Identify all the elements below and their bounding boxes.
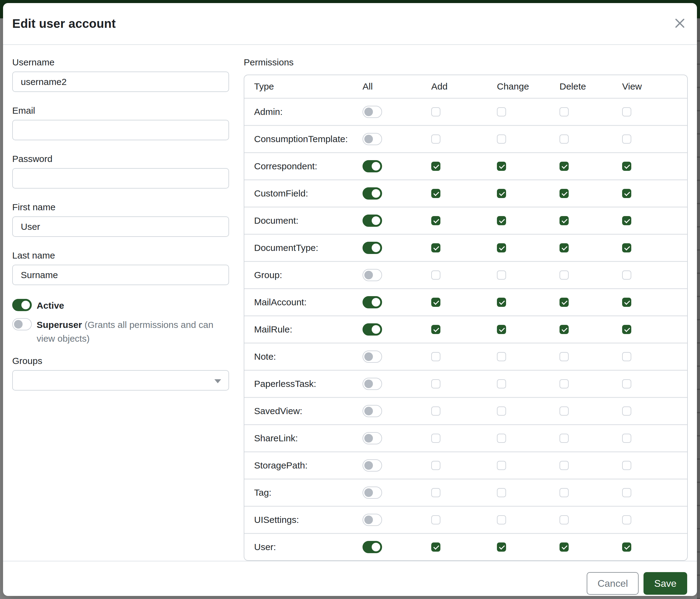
permission-add-checkbox[interactable] [431,270,441,280]
permission-all-toggle[interactable] [362,459,382,472]
permission-view-checkbox[interactable] [622,379,631,388]
permission-change-checkbox[interactable] [497,406,506,416]
permission-add-checkbox[interactable] [431,543,441,552]
permission-add-checkbox[interactable] [431,189,441,198]
permission-change-checkbox[interactable] [497,461,506,470]
permission-delete-checkbox[interactable] [559,298,569,307]
permission-view-checkbox[interactable] [622,352,631,361]
permission-delete-checkbox[interactable] [559,243,569,253]
permission-change-checkbox[interactable] [497,216,506,225]
permission-delete-checkbox[interactable] [559,189,569,198]
permission-all-toggle[interactable] [362,269,382,281]
permission-all-toggle[interactable] [362,378,382,390]
permission-change-checkbox[interactable] [497,270,506,280]
password-input[interactable] [12,168,229,189]
email-input[interactable] [12,120,229,140]
permission-all-toggle[interactable] [362,514,382,526]
permission-change-checkbox[interactable] [497,162,506,171]
permission-type-label: Correspondent: [244,161,362,171]
permission-all-toggle[interactable] [362,160,382,172]
permission-view-checkbox[interactable] [622,270,631,280]
permission-change-checkbox[interactable] [497,243,506,253]
last-name-input[interactable] [12,265,229,285]
permission-view-checkbox[interactable] [622,189,631,198]
permission-add-checkbox[interactable] [431,352,441,361]
permission-cell [497,243,559,253]
permission-delete-checkbox[interactable] [559,325,569,334]
permission-change-checkbox[interactable] [497,189,506,198]
permission-add-checkbox[interactable] [431,216,441,225]
permission-add-checkbox[interactable] [431,488,441,497]
permission-change-checkbox[interactable] [497,515,506,524]
permission-delete-checkbox[interactable] [559,352,569,361]
permission-add-checkbox[interactable] [431,243,441,253]
permission-delete-checkbox[interactable] [559,107,569,116]
permission-all-toggle[interactable] [362,187,382,199]
permission-change-checkbox[interactable] [497,298,506,307]
permission-view-checkbox[interactable] [622,434,631,443]
permission-delete-checkbox[interactable] [559,216,569,225]
permission-delete-checkbox[interactable] [559,461,569,470]
permission-delete-checkbox[interactable] [559,515,569,524]
permission-view-checkbox[interactable] [622,406,631,416]
permission-add-checkbox[interactable] [431,406,441,416]
permission-change-checkbox[interactable] [497,325,506,334]
first-name-input[interactable] [12,216,229,237]
permission-add-checkbox[interactable] [431,379,441,388]
permission-delete-checkbox[interactable] [559,434,569,443]
permission-all-toggle[interactable] [362,432,382,445]
permission-delete-checkbox[interactable] [559,379,569,388]
permission-delete-checkbox[interactable] [559,488,569,497]
permission-view-checkbox[interactable] [622,135,631,144]
save-button[interactable]: Save [644,572,687,595]
permission-view-checkbox[interactable] [622,162,631,171]
permission-view-checkbox[interactable] [622,543,631,552]
permission-all-toggle[interactable] [362,133,382,145]
permission-change-checkbox[interactable] [497,543,506,552]
permission-view-checkbox[interactable] [622,325,631,334]
permission-all-toggle[interactable] [362,405,382,417]
permission-cell [431,107,497,116]
permission-delete-checkbox[interactable] [559,270,569,280]
permission-view-checkbox[interactable] [622,298,631,307]
permission-view-checkbox[interactable] [622,461,631,470]
permission-view-checkbox[interactable] [622,243,631,253]
permission-all-toggle[interactable] [362,541,382,553]
permission-all-toggle[interactable] [362,324,382,336]
permission-delete-checkbox[interactable] [559,406,569,416]
groups-select[interactable] [12,370,229,390]
permission-change-checkbox[interactable] [497,434,506,443]
superuser-toggle[interactable] [12,318,32,330]
permission-add-checkbox[interactable] [431,298,441,307]
permission-all-toggle[interactable] [362,242,382,254]
permission-add-checkbox[interactable] [431,434,441,443]
permission-add-checkbox[interactable] [431,162,441,171]
cancel-button[interactable]: Cancel [587,572,639,595]
permission-all-toggle[interactable] [362,296,382,308]
permission-delete-checkbox[interactable] [559,162,569,171]
close-button[interactable] [673,17,686,30]
permission-change-checkbox[interactable] [497,352,506,361]
permission-all-toggle[interactable] [362,486,382,499]
permission-view-checkbox[interactable] [622,488,631,497]
permission-add-checkbox[interactable] [431,325,441,334]
permission-view-checkbox[interactable] [622,515,631,524]
active-toggle[interactable] [12,299,32,311]
permission-delete-checkbox[interactable] [559,543,569,552]
permission-all-toggle[interactable] [362,351,382,363]
permission-change-checkbox[interactable] [497,488,506,497]
column-header-delete: Delete [559,81,622,92]
permission-change-checkbox[interactable] [497,379,506,388]
permission-add-checkbox[interactable] [431,107,441,116]
username-input[interactable] [12,72,229,92]
permission-change-checkbox[interactable] [497,107,506,116]
permission-all-toggle[interactable] [362,106,382,118]
permission-delete-checkbox[interactable] [559,135,569,144]
permission-change-checkbox[interactable] [497,135,506,144]
permission-add-checkbox[interactable] [431,135,441,144]
permission-all-toggle[interactable] [362,215,382,227]
permission-view-checkbox[interactable] [622,216,631,225]
permission-add-checkbox[interactable] [431,515,441,524]
permission-view-checkbox[interactable] [622,107,631,116]
permission-add-checkbox[interactable] [431,461,441,470]
